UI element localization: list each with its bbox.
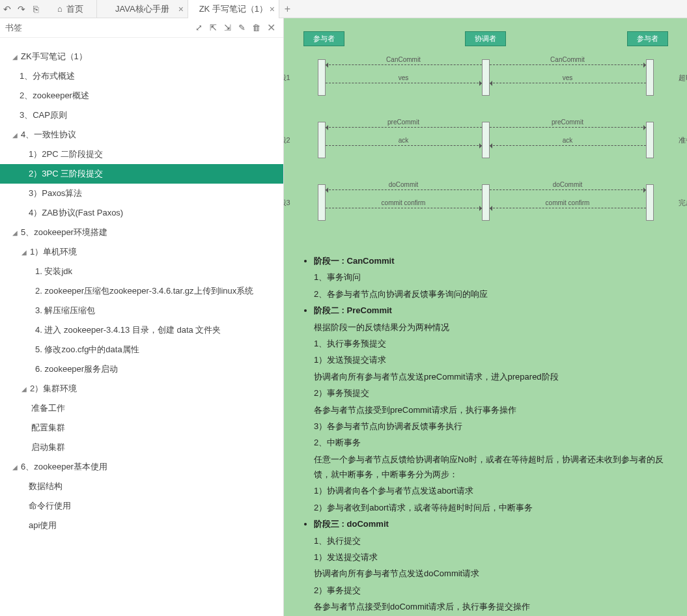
outline-item[interactable]: 3. 解压缩压缩包 [0,301,283,320]
outline-item[interactable]: 命令行使用 [0,496,283,516]
outline-item[interactable]: 启动集群 [0,438,283,457]
outline-folder[interactable]: ◢6、zookeeper基本使用 [0,457,283,477]
message-label: preCommit [490,119,646,126]
expand-icon[interactable]: ⤢ [191,21,206,35]
message-arrow: CanCommit [326,64,482,65]
tab-label: JAVA核心手册 [115,3,169,15]
outline-tree: ◢ZK手写笔记（1）1、分布式概述2、zookeeper概述3、CAP原则◢4、… [0,38,283,616]
outline-label: 1）单机环境 [30,246,77,258]
outline-item[interactable]: 2、zookeeper概述 [0,86,283,105]
outline-item[interactable]: 4）ZAB协议(Fast Paxos) [0,203,283,223]
message-label: doCommit [490,181,646,188]
outline-folder[interactable]: ◢5、zookeeper环境搭建 [0,223,283,242]
message-label: ack [490,137,646,144]
phase3-heading: 阶段三 : doCommit [314,519,389,529]
bookmarks-panel: 书签 ⤢ ⇱ ⇲ ✎ 🗑 ✕ ◢ZK手写笔记（1）1、分布式概述2、zookee… [0,18,284,616]
message-label: commit confirm [490,199,646,206]
message-arrow: commit confirm [326,208,482,208]
outline-label: 2、zookeeper概述 [20,90,89,102]
export-icon[interactable]: ⇲ [220,21,234,35]
text: 2、各参与者节点向协调者反馈事务询问的响应 [314,287,674,301]
actor-box: 参与者 [303,31,344,46]
caret-icon[interactable]: ◢ [20,249,29,256]
outline-label: 3. 解压缩压缩包 [35,305,95,316]
message-arrow: preCommit [326,127,482,128]
message-label: preCommit [326,119,482,126]
outline-item[interactable]: 配置集群 [0,418,283,438]
outline-item[interactable]: 4. 进入 zookeeper-3.4.13 目录，创建 data 文件夹 [0,320,283,340]
outline-item[interactable]: api使用 [0,516,283,535]
message-arrow: doCommit [326,189,482,190]
phase-row: 阶段1超时中断CanCommitCanCommitvesves [303,46,668,109]
redo-icon[interactable]: ↷ [14,2,29,16]
outline-folder[interactable]: ◢ZK手写笔记（1） [0,47,283,66]
delete-icon[interactable]: 🗑 [249,21,263,35]
outline-item[interactable]: 3）Paxos算法 [0,184,283,203]
undo-icon[interactable]: ↶ [0,2,14,16]
article-body: 阶段一 : CanCommit 1、事务询问 2、各参与者节点向协调者反馈事务询… [284,253,687,616]
lifeline [482,184,490,221]
tab-home[interactable]: ⌂ 首页 [49,0,97,18]
phase-note: 超时中断 [679,73,688,83]
message-arrow: CanCommit [490,64,646,65]
caret-icon[interactable]: ◢ [20,385,29,393]
document-tab[interactable]: ZK 手写笔记（1）× [188,0,279,18]
outline-item[interactable]: 3、CAP原则 [0,105,283,125]
outline-item[interactable]: 5. 修改zoo.cfg中的data属性 [0,340,283,359]
outline-label: 6. zookeeper服务启动 [35,363,118,375]
document-tab[interactable]: JAVA核心手册× [97,0,188,18]
phase2-heading: 阶段二 : PreCommit [314,305,392,315]
outline-folder[interactable]: ◢4、一致性协议 [0,125,283,145]
text: 1）发送提交请求 [314,550,674,565]
outline-item[interactable]: 1. 安装jdk [0,262,283,281]
outline-label: 命令行使用 [29,500,71,512]
outline-item[interactable]: 2）3PC 三阶段提交 [0,164,283,184]
outline-label: 1. 安装jdk [35,266,72,277]
message-label: CanCommit [326,56,482,63]
text: 1）协调者向各个参与者节点发送abort请求 [314,483,674,498]
outline-label: 6、zookeeper基本使用 [21,461,107,473]
message-label: commit confirm [326,199,482,206]
message-arrow: ves [326,83,482,83]
phase-row: 阶段3完成提交doCommitdoCommitcommit confirmcom… [303,171,668,234]
message-label: ves [326,74,482,81]
close-tab-icon[interactable]: × [270,4,275,14]
outline-label: 1、分布式概述 [20,70,75,82]
save-icon[interactable]: ⎘ [29,2,43,16]
bookmarks-title: 书签 [4,22,191,34]
outline-item[interactable]: 准备工作 [0,399,283,418]
caret-icon[interactable]: ◢ [10,53,20,61]
caret-icon[interactable]: ◢ [10,132,20,139]
message-arrow: preCommit [490,127,646,128]
outline-folder[interactable]: ◢1）单机环境 [0,242,283,262]
outline-label: 4. 进入 zookeeper-3.4.13 目录，创建 data 文件夹 [35,324,221,336]
sequence-diagram: 参与者协调者参与者阶段1超时中断CanCommitCanCommitvesves… [303,31,668,234]
tab-bar: ↶ ↷ ⎘ ⌂ 首页 JAVA核心手册×ZK 手写笔记（1）× + [0,0,687,18]
text: 各参与者节点接受到doCommit请求后，执行事务提交操作 [314,599,674,614]
outline-label: 2）3PC 三阶段提交 [29,168,103,180]
close-tab-icon[interactable]: × [178,4,184,14]
caret-icon[interactable]: ◢ [10,464,20,471]
caret-icon[interactable]: ◢ [10,229,20,236]
message-label: ack [326,137,482,144]
bookmark-add-icon[interactable]: ✎ [234,21,249,35]
text: 1）发送预提交请求 [314,352,674,367]
outline-label: ZK手写笔记（1） [21,51,87,63]
outline-item[interactable]: 1）2PC 二阶段提交 [0,145,283,164]
text: 任意一个参与者节点反馈给协调者响应No时，或者在等待超时后，协调者还未收到参与者… [314,452,674,483]
outline-item[interactable]: 1、分布式概述 [0,66,283,86]
outline-label: 5、zookeeper环境搭建 [21,227,107,238]
add-tab-button[interactable]: + [279,3,296,15]
lifeline [482,59,490,96]
outline-folder[interactable]: ◢2）集群环境 [0,379,283,399]
phase-row: 阶段2准备提交preCommitpreCommitackack [303,109,668,171]
collapse-icon[interactable]: ⇱ [206,21,220,35]
phase-label: 阶段1 [284,73,290,83]
outline-item[interactable]: 6. zookeeper服务启动 [0,359,283,379]
tab-label: ZK 手写笔记（1） [199,3,268,15]
outline-label: 5. 修改zoo.cfg中的data属性 [35,344,139,356]
message-arrow: doCommit [490,189,646,190]
outline-item[interactable]: 2. zookeeper压缩包zookeeper-3.4.6.tar.gz上传到… [0,281,283,301]
outline-item[interactable]: 数据结构 [0,477,283,496]
close-sidebar-icon[interactable]: ✕ [263,21,279,34]
